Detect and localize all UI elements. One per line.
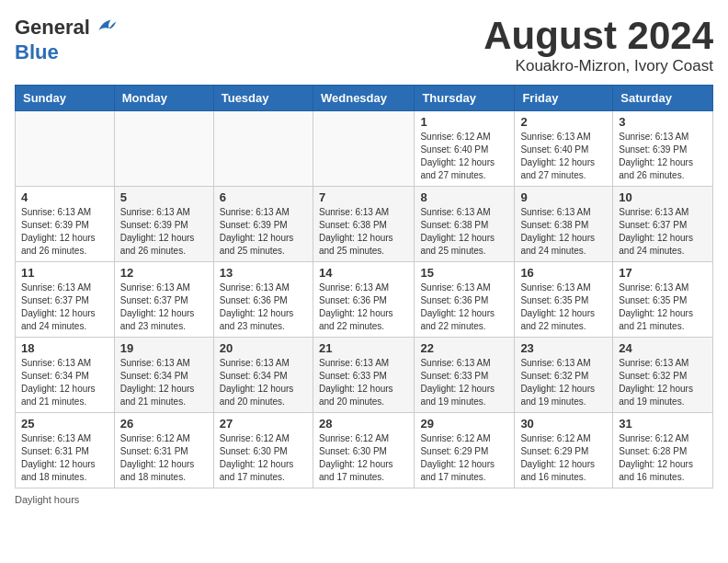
day-number: 1 (420, 115, 508, 129)
calendar-cell: 11Sunrise: 6:13 AM Sunset: 6:37 PM Dayli… (16, 262, 115, 338)
calendar-cell: 25Sunrise: 6:13 AM Sunset: 6:31 PM Dayli… (16, 413, 115, 488)
day-number: 23 (520, 341, 607, 355)
day-info: Sunrise: 6:13 AM Sunset: 6:34 PM Dayligh… (220, 357, 307, 408)
calendar-subtitle: Kouakro-Mizron, Ivory Coast (483, 57, 713, 75)
calendar-cell: 3Sunrise: 6:13 AM Sunset: 6:39 PM Daylig… (613, 111, 713, 187)
calendar-cell: 21Sunrise: 6:13 AM Sunset: 6:33 PM Dayli… (313, 338, 414, 413)
calendar-cell: 28Sunrise: 6:12 AM Sunset: 6:30 PM Dayli… (313, 413, 414, 488)
day-number: 6 (220, 190, 307, 204)
calendar-day-header: Sunday (16, 86, 115, 111)
calendar-cell: 13Sunrise: 6:13 AM Sunset: 6:36 PM Dayli… (213, 262, 313, 338)
day-info: Sunrise: 6:13 AM Sunset: 6:32 PM Dayligh… (619, 357, 707, 408)
calendar-week-row: 1Sunrise: 6:12 AM Sunset: 6:40 PM Daylig… (16, 111, 713, 187)
day-number: 4 (21, 190, 108, 204)
day-info: Sunrise: 6:13 AM Sunset: 6:36 PM Dayligh… (220, 282, 307, 333)
calendar-cell: 7Sunrise: 6:13 AM Sunset: 6:38 PM Daylig… (313, 187, 414, 262)
calendar-day-header: Thursday (415, 86, 515, 111)
day-number: 28 (319, 417, 408, 431)
day-number: 12 (120, 266, 208, 280)
day-number: 26 (120, 417, 208, 431)
calendar-cell: 12Sunrise: 6:13 AM Sunset: 6:37 PM Dayli… (114, 262, 213, 338)
day-number: 27 (220, 417, 307, 431)
calendar-cell: 5Sunrise: 6:13 AM Sunset: 6:39 PM Daylig… (114, 187, 213, 262)
day-info: Sunrise: 6:13 AM Sunset: 6:33 PM Dayligh… (420, 357, 508, 408)
day-info: Sunrise: 6:13 AM Sunset: 6:38 PM Dayligh… (420, 206, 508, 258)
day-number: 20 (220, 341, 307, 355)
page-header: General Blue August 2024 Kouakro-Mizron,… (15, 15, 713, 75)
calendar-cell: 26Sunrise: 6:12 AM Sunset: 6:31 PM Dayli… (114, 413, 213, 488)
day-info: Sunrise: 6:13 AM Sunset: 6:36 PM Dayligh… (420, 282, 508, 333)
day-info: Sunrise: 6:13 AM Sunset: 6:34 PM Dayligh… (120, 357, 208, 408)
logo-blue-text: Blue (15, 40, 59, 64)
calendar-cell: 10Sunrise: 6:13 AM Sunset: 6:37 PM Dayli… (613, 187, 713, 262)
day-info: Sunrise: 6:12 AM Sunset: 6:30 PM Dayligh… (319, 432, 408, 484)
calendar-cell: 1Sunrise: 6:12 AM Sunset: 6:40 PM Daylig… (415, 111, 515, 187)
calendar-cell (16, 111, 115, 187)
day-number: 11 (21, 266, 108, 280)
calendar-cell: 19Sunrise: 6:13 AM Sunset: 6:34 PM Dayli… (114, 338, 213, 413)
calendar-day-header: Friday (515, 86, 613, 111)
calendar-table: SundayMondayTuesdayWednesdayThursdayFrid… (15, 85, 713, 488)
calendar-cell: 14Sunrise: 6:13 AM Sunset: 6:36 PM Dayli… (313, 262, 414, 338)
day-number: 3 (619, 115, 707, 129)
day-number: 13 (220, 266, 307, 280)
day-number: 29 (420, 417, 508, 431)
day-number: 7 (319, 190, 408, 204)
calendar-cell: 2Sunrise: 6:13 AM Sunset: 6:40 PM Daylig… (515, 111, 613, 187)
day-number: 31 (619, 417, 707, 431)
calendar-cell: 15Sunrise: 6:13 AM Sunset: 6:36 PM Dayli… (415, 262, 515, 338)
calendar-title: August 2024 (483, 15, 713, 57)
logo-bird-icon (92, 15, 118, 40)
day-number: 16 (520, 266, 607, 280)
day-number: 2 (520, 115, 607, 129)
day-number: 21 (319, 341, 408, 355)
calendar-cell: 18Sunrise: 6:13 AM Sunset: 6:34 PM Dayli… (16, 338, 115, 413)
calendar-cell: 4Sunrise: 6:13 AM Sunset: 6:39 PM Daylig… (16, 187, 115, 262)
day-info: Sunrise: 6:13 AM Sunset: 6:38 PM Dayligh… (520, 206, 607, 258)
day-info: Sunrise: 6:13 AM Sunset: 6:38 PM Dayligh… (319, 206, 408, 258)
day-info: Sunrise: 6:12 AM Sunset: 6:29 PM Dayligh… (520, 432, 607, 484)
title-section: August 2024 Kouakro-Mizron, Ivory Coast (483, 15, 713, 75)
day-info: Sunrise: 6:13 AM Sunset: 6:37 PM Dayligh… (120, 282, 208, 333)
day-info: Sunrise: 6:12 AM Sunset: 6:28 PM Dayligh… (619, 432, 707, 484)
calendar-cell: 17Sunrise: 6:13 AM Sunset: 6:35 PM Dayli… (613, 262, 713, 338)
day-number: 17 (619, 266, 707, 280)
day-info: Sunrise: 6:13 AM Sunset: 6:37 PM Dayligh… (619, 206, 707, 258)
calendar-day-header: Wednesday (313, 86, 414, 111)
day-info: Sunrise: 6:12 AM Sunset: 6:29 PM Dayligh… (420, 432, 508, 484)
calendar-cell: 30Sunrise: 6:12 AM Sunset: 6:29 PM Dayli… (515, 413, 613, 488)
day-info: Sunrise: 6:13 AM Sunset: 6:35 PM Dayligh… (520, 282, 607, 333)
calendar-day-header: Monday (114, 86, 213, 111)
calendar-day-header: Saturday (613, 86, 713, 111)
day-number: 14 (319, 266, 408, 280)
day-info: Sunrise: 6:12 AM Sunset: 6:31 PM Dayligh… (120, 432, 208, 484)
day-number: 24 (619, 341, 707, 355)
day-info: Sunrise: 6:13 AM Sunset: 6:35 PM Dayligh… (619, 282, 707, 333)
calendar-cell: 9Sunrise: 6:13 AM Sunset: 6:38 PM Daylig… (515, 187, 613, 262)
calendar-cell: 27Sunrise: 6:12 AM Sunset: 6:30 PM Dayli… (213, 413, 313, 488)
calendar-cell (213, 111, 313, 187)
day-number: 15 (420, 266, 508, 280)
calendar-week-row: 18Sunrise: 6:13 AM Sunset: 6:34 PM Dayli… (16, 338, 713, 413)
day-info: Sunrise: 6:13 AM Sunset: 6:40 PM Dayligh… (520, 131, 607, 182)
calendar-cell: 24Sunrise: 6:13 AM Sunset: 6:32 PM Dayli… (613, 338, 713, 413)
calendar-cell: 6Sunrise: 6:13 AM Sunset: 6:39 PM Daylig… (213, 187, 313, 262)
logo: General Blue (15, 15, 118, 64)
day-number: 8 (420, 190, 508, 204)
day-info: Sunrise: 6:13 AM Sunset: 6:39 PM Dayligh… (220, 206, 307, 258)
day-number: 10 (619, 190, 707, 204)
day-number: 30 (520, 417, 607, 431)
calendar-cell: 20Sunrise: 6:13 AM Sunset: 6:34 PM Dayli… (213, 338, 313, 413)
calendar-cell: 23Sunrise: 6:13 AM Sunset: 6:32 PM Dayli… (515, 338, 613, 413)
day-number: 22 (420, 341, 508, 355)
day-info: Sunrise: 6:13 AM Sunset: 6:37 PM Dayligh… (21, 282, 108, 333)
day-info: Sunrise: 6:13 AM Sunset: 6:31 PM Dayligh… (21, 432, 108, 484)
calendar-header-row: SundayMondayTuesdayWednesdayThursdayFrid… (16, 86, 713, 111)
calendar-day-header: Tuesday (213, 86, 313, 111)
day-info: Sunrise: 6:13 AM Sunset: 6:32 PM Dayligh… (520, 357, 607, 408)
calendar-week-row: 11Sunrise: 6:13 AM Sunset: 6:37 PM Dayli… (16, 262, 713, 338)
day-info: Sunrise: 6:13 AM Sunset: 6:39 PM Dayligh… (21, 206, 108, 258)
day-number: 18 (21, 341, 108, 355)
calendar-cell: 29Sunrise: 6:12 AM Sunset: 6:29 PM Dayli… (415, 413, 515, 488)
calendar-week-row: 4Sunrise: 6:13 AM Sunset: 6:39 PM Daylig… (16, 187, 713, 262)
